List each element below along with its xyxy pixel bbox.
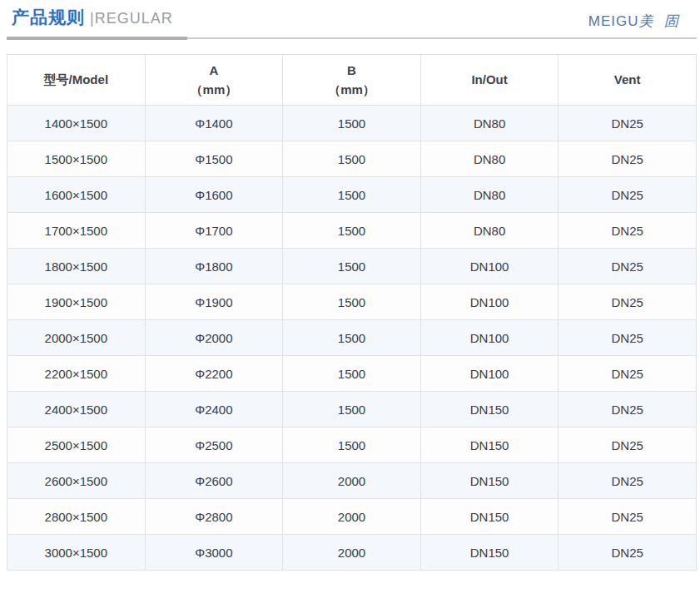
header-label: A (146, 61, 283, 80)
title-underline-dark (7, 37, 187, 40)
cell-in-out: DN100 (420, 249, 559, 284)
header-label: Vent (559, 70, 696, 89)
cell-a-mm: Φ2200 (145, 356, 283, 392)
cell-model: 1700×1500 (7, 213, 146, 249)
cell-a-mm: Φ3000 (145, 535, 283, 571)
cell-in-out: DN100 (420, 320, 559, 356)
brand-logo: MEIGU美 固 (588, 12, 682, 31)
cell-vent: DN25 (559, 249, 697, 284)
cell-in-out: DN150 (420, 499, 559, 535)
cell-a-mm: Φ2500 (145, 427, 283, 463)
cell-b-mm: 1500 (283, 141, 421, 177)
header-label: B (283, 61, 420, 80)
cell-b-mm: 1500 (283, 356, 421, 392)
cell-in-out: DN80 (420, 177, 559, 213)
section-title-cn: 产品规则 (12, 7, 85, 27)
cell-model: 2400×1500 (7, 392, 146, 427)
cell-model: 1800×1500 (7, 249, 146, 284)
header-cell-b-mm: B（mm） (283, 55, 421, 106)
cell-model: 1900×1500 (7, 284, 146, 320)
cell-b-mm: 2000 (283, 535, 421, 571)
cell-model: 1500×1500 (7, 141, 146, 177)
cell-in-out: DN150 (420, 427, 559, 463)
cell-b-mm: 1500 (283, 320, 421, 356)
table-row: 3000×1500Φ30002000DN150DN25 (7, 535, 697, 571)
cell-vent: DN25 (559, 499, 697, 535)
cell-b-mm: 1500 (283, 427, 421, 463)
section-title-en: |REGULAR (90, 10, 173, 27)
brand-logo-latin: MEIGU (588, 13, 639, 29)
cell-vent: DN25 (559, 427, 697, 463)
cell-in-out: DN150 (420, 535, 559, 571)
table-row: 2400×1500Φ24001500DN150DN25 (7, 392, 697, 427)
page-header: 产品规则|REGULAR MEIGU美 固 (0, 0, 700, 53)
cell-vent: DN25 (559, 141, 697, 177)
header-cell-a-mm: A（mm） (145, 55, 283, 106)
cell-model: 1400×1500 (7, 106, 146, 141)
cell-vent: DN25 (559, 392, 697, 427)
cell-in-out: DN80 (420, 213, 559, 249)
header-label: In/Out (421, 70, 559, 89)
table-row: 1700×1500Φ17001500DN80DN25 (7, 213, 697, 249)
cell-a-mm: Φ1700 (145, 213, 283, 249)
cell-a-mm: Φ1600 (145, 177, 283, 213)
cell-model: 2800×1500 (7, 499, 146, 535)
table-header-row: 型号/ModelA（mm）B（mm）In/OutVent (7, 55, 697, 106)
header-cell-vent: Vent (559, 55, 697, 106)
table-row: 1500×1500Φ15001500DN80DN25 (7, 141, 697, 177)
header-label-unit: （mm） (146, 80, 283, 99)
cell-b-mm: 1500 (283, 106, 421, 141)
cell-vent: DN25 (559, 177, 697, 213)
cell-b-mm: 1500 (283, 249, 421, 284)
cell-b-mm: 2000 (283, 463, 421, 499)
cell-model: 1600×1500 (7, 177, 146, 213)
cell-a-mm: Φ1500 (145, 141, 283, 177)
cell-in-out: DN80 (420, 106, 559, 141)
cell-a-mm: Φ1900 (145, 284, 283, 320)
table-row: 2200×1500Φ22001500DN100DN25 (7, 356, 697, 392)
cell-b-mm: 1500 (283, 177, 421, 213)
cell-vent: DN25 (559, 213, 697, 249)
table-row: 1800×1500Φ18001500DN100DN25 (7, 249, 697, 284)
cell-model: 2600×1500 (7, 463, 146, 499)
table-row: 2500×1500Φ25001500DN150DN25 (7, 427, 697, 463)
cell-a-mm: Φ2400 (145, 392, 283, 427)
cell-in-out: DN80 (420, 141, 559, 177)
table-row: 1400×1500Φ14001500DN80DN25 (7, 106, 697, 141)
cell-a-mm: Φ2800 (145, 499, 283, 535)
cell-model: 3000×1500 (7, 535, 146, 571)
product-spec-page: 产品规则|REGULAR MEIGU美 固 型号/ModelA（mm）B（mm）… (0, 0, 700, 593)
cell-a-mm: Φ1400 (145, 106, 283, 141)
cell-b-mm: 1500 (283, 392, 421, 427)
cell-in-out: DN150 (420, 463, 559, 499)
cell-a-mm: Φ1800 (145, 249, 283, 284)
table-row: 2600×1500Φ26002000DN150DN25 (7, 463, 697, 499)
cell-model: 2000×1500 (7, 320, 146, 356)
cell-vent: DN25 (559, 463, 697, 499)
brand-logo-cn: 美 固 (639, 12, 682, 29)
header-label-unit: （mm） (283, 80, 420, 99)
cell-b-mm: 2000 (283, 499, 421, 535)
cell-a-mm: Φ2600 (145, 463, 283, 499)
product-spec-table: 型号/ModelA（mm）B（mm）In/OutVent 1400×1500Φ1… (7, 54, 697, 571)
cell-vent: DN25 (559, 284, 697, 320)
table-header: 型号/ModelA（mm）B（mm）In/OutVent (7, 55, 697, 106)
cell-a-mm: Φ2000 (145, 320, 283, 356)
cell-model: 2500×1500 (7, 427, 146, 463)
cell-vent: DN25 (559, 535, 697, 571)
header-label: 型号/Model (7, 70, 145, 89)
table-row: 2800×1500Φ28002000DN150DN25 (7, 499, 697, 535)
cell-in-out: DN100 (420, 356, 559, 392)
cell-vent: DN25 (559, 320, 697, 356)
cell-vent: DN25 (559, 106, 697, 141)
cell-model: 2200×1500 (7, 356, 146, 392)
cell-vent: DN25 (559, 356, 697, 392)
header-cell-in-out: In/Out (420, 55, 559, 106)
cell-b-mm: 1500 (283, 213, 421, 249)
table-row: 2000×1500Φ20001500DN100DN25 (7, 320, 697, 356)
header-cell-model: 型号/Model (7, 55, 146, 106)
cell-b-mm: 1500 (283, 284, 421, 320)
cell-in-out: DN100 (420, 284, 559, 320)
table-body: 1400×1500Φ14001500DN80DN251500×1500Φ1500… (7, 106, 697, 571)
cell-in-out: DN150 (420, 392, 559, 427)
